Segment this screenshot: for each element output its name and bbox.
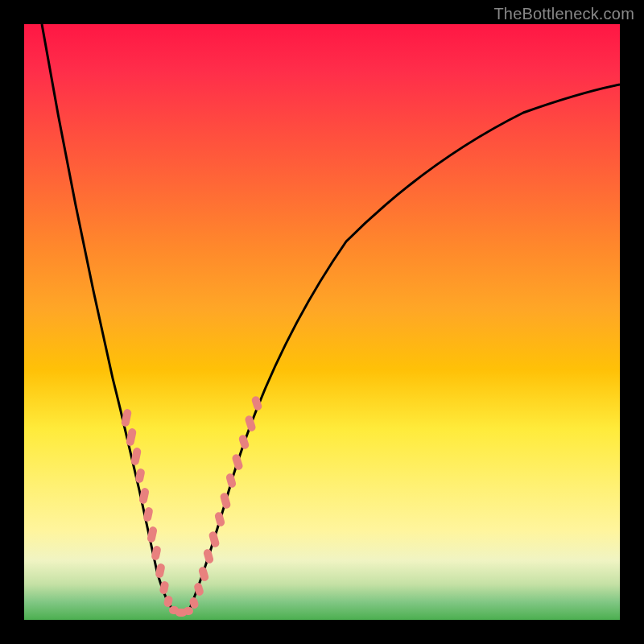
chart-svg: [24, 24, 620, 620]
curve-left-branch: [42, 24, 173, 610]
svg-rect-23: [237, 434, 250, 450]
svg-rect-21: [225, 473, 237, 489]
svg-rect-0: [121, 408, 132, 427]
svg-rect-3: [134, 468, 146, 484]
svg-rect-22: [231, 453, 244, 471]
svg-rect-20: [219, 492, 231, 510]
curve-right-branch: [189, 85, 620, 610]
svg-rect-18: [208, 530, 220, 548]
svg-rect-1: [126, 427, 137, 447]
svg-rect-2: [130, 447, 142, 466]
chart-frame: TheBottleneck.com: [0, 0, 644, 644]
trough-markers-left: [121, 408, 179, 614]
svg-rect-19: [214, 511, 226, 527]
plot-area: [24, 24, 620, 620]
svg-rect-17: [203, 548, 215, 564]
watermark-text: TheBottleneck.com: [493, 5, 634, 23]
svg-rect-13: [184, 607, 193, 615]
trough-markers-right: [188, 395, 262, 609]
